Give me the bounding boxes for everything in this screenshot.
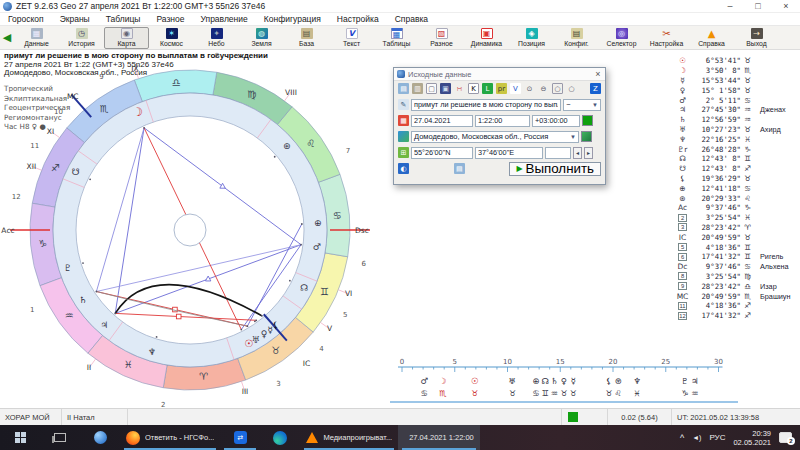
toolbar-button-settings[interactable]: ✂Настройка (644, 27, 689, 49)
menu-item-4[interactable]: Разное (148, 14, 192, 24)
pr-icon[interactable]: pr (496, 83, 507, 94)
planet-glyph: ☽ (676, 66, 689, 75)
taskbar-app-vlc[interactable]: Медиапроигрыват... (300, 425, 398, 450)
atlas-map-button[interactable] (581, 131, 592, 142)
toolbar-button-dynamics[interactable]: ▣Динамика (464, 27, 509, 49)
altitude-input[interactable] (545, 147, 571, 159)
taskbar-clock[interactable]: 20:39 02.05.2021 (733, 429, 771, 447)
position-row: ♂2° 5'11"♋ (676, 95, 800, 105)
taskbar-app-task-view[interactable] (40, 425, 80, 450)
svg-text:♎: ♎ (172, 77, 181, 88)
toolbar-button-tables[interactable]: ▦Таблицы (374, 27, 419, 49)
svg-text:♒: ♒ (691, 389, 698, 398)
taskbar-app-zet[interactable]: 27.04.2021 1:22:00 (398, 425, 480, 450)
place-icon[interactable] (398, 131, 409, 142)
execute-button[interactable]: ▶ Выполнить (509, 162, 601, 176)
l-icon[interactable]: L (482, 83, 493, 94)
speaker-icon[interactable]: ◄) (692, 434, 701, 441)
taskbar-app-comet-app[interactable] (80, 425, 120, 450)
svg-text:IC: IC (303, 359, 310, 368)
dialog-close-icon[interactable]: × (591, 69, 605, 79)
taskbar-app-teamviewer[interactable]: ⇄ (220, 425, 260, 450)
minus-circle-icon[interactable]: ⊖ (538, 83, 549, 94)
back-icon[interactable]: ◀ (0, 31, 14, 44)
longitude-input[interactable] (475, 147, 543, 159)
save-icon[interactable]: ▣ (440, 83, 451, 94)
sign-glyph: ♉ (741, 174, 754, 183)
planet-glyph: ☿ (676, 76, 689, 85)
language-indicator[interactable]: РУС (709, 433, 725, 442)
toolbar-button-help[interactable]: ▲Справка (689, 27, 734, 49)
event-input[interactable] (411, 99, 561, 111)
toolbar-label: Разное (430, 40, 452, 47)
calendar-icon[interactable]: ▦ (398, 115, 409, 126)
svg-text:VIII: VIII (285, 88, 297, 97)
k-icon[interactable]: K (468, 83, 479, 94)
toolbar-button-selector[interactable]: ◎Селектор (599, 27, 644, 49)
copy-icon[interactable]: ▤ (398, 83, 409, 94)
position-row: Dc9°37'46"♋Альхена (676, 262, 800, 272)
close-button[interactable]: × (772, 0, 800, 13)
spin-right-icon[interactable]: ▸ (584, 147, 593, 159)
svg-text:♒: ♒ (551, 389, 558, 398)
taskbar-app-firefox[interactable]: Ответить - НГСФо... (120, 425, 220, 450)
menu-item-2[interactable]: Экраны (52, 14, 98, 24)
svg-text:11: 11 (30, 142, 39, 150)
menu-item-8[interactable]: Справка (387, 14, 436, 24)
planet-lilith: ⚸ (272, 320, 279, 330)
menu-item-1[interactable]: Гороскоп (0, 14, 52, 24)
globe-icon[interactable]: ◐ (398, 163, 409, 174)
latitude-input[interactable] (411, 147, 473, 159)
spin-left-icon[interactable]: ◂ (573, 147, 582, 159)
coordinates-icon[interactable]: ⊞ (398, 147, 409, 158)
zet-v-icon[interactable]: V (510, 83, 521, 94)
taskbar-app-start[interactable] (0, 425, 40, 450)
menu-item-6[interactable]: Конфигурация (256, 14, 329, 24)
timezone-input[interactable] (532, 115, 580, 127)
sign-glyph: ♉ (741, 86, 754, 95)
dialog-title-bar[interactable]: Исходные данные × (394, 68, 605, 81)
radio-b-icon[interactable]: ○ (566, 83, 577, 94)
toolbar-button-position[interactable]: ◈Позиция (509, 27, 554, 49)
svg-text:♀: ♀ (561, 376, 567, 386)
minimize-button[interactable]: – (716, 0, 744, 13)
start-icon (15, 432, 26, 443)
menu-item-7[interactable]: Настройка (329, 14, 387, 24)
divider-icon[interactable]: ∺ (454, 83, 465, 94)
toolbar-button-config[interactable]: ▤Конфиг. (554, 27, 599, 49)
event-icon[interactable]: ✎ (398, 99, 409, 110)
svg-text:10: 10 (503, 358, 512, 366)
new-file-icon[interactable]: ▢ (426, 83, 437, 94)
planet-glyph: ⚸ (676, 174, 689, 183)
sign-glyph: ♊ (741, 154, 754, 163)
copy-icon[interactable]: ▤ (454, 163, 465, 174)
notification-center-icon[interactable]: 2 (779, 432, 792, 443)
planet-glyph: MC (676, 292, 689, 301)
tray-chevron-icon[interactable]: ^ (680, 433, 684, 443)
current-time-button[interactable] (582, 115, 593, 126)
svg-text:☽: ☽ (439, 376, 447, 386)
maximize-button[interactable]: □ (744, 0, 772, 13)
toolbar-label: Настройка (650, 40, 683, 47)
radio-a-icon[interactable]: ○ (552, 83, 563, 94)
menu-item-5[interactable]: Управление (193, 14, 256, 24)
toolbar-button-exit[interactable]: →Выход (734, 27, 779, 49)
date-input[interactable] (411, 115, 473, 127)
event-combo[interactable]: − ▼ (563, 99, 601, 111)
taskbar-app-edge[interactable] (260, 425, 300, 450)
time-input[interactable] (475, 115, 530, 127)
sun-icon[interactable]: ⊙ (524, 83, 535, 94)
svg-text:♏: ♏ (439, 389, 447, 398)
task-view-icon (54, 433, 66, 442)
planet-uranus: ♅ (252, 335, 260, 345)
svg-text:15: 15 (556, 358, 565, 366)
archive-icon[interactable]: ▥ (412, 83, 423, 94)
planet-glyph: 8 (678, 272, 687, 280)
place-combo[interactable]: Домодедово, Московская обл., Россия ▼ (411, 131, 579, 143)
menu-item-3[interactable]: Таблицы (98, 14, 149, 24)
svg-text:☊: ☊ (541, 376, 549, 386)
z-icon[interactable]: Z (590, 83, 601, 94)
sign-glyph: ♐ (741, 301, 754, 310)
planet-node: ☊ (300, 283, 308, 293)
toolbar-button-misc[interactable]: ▧Разное (419, 27, 464, 49)
